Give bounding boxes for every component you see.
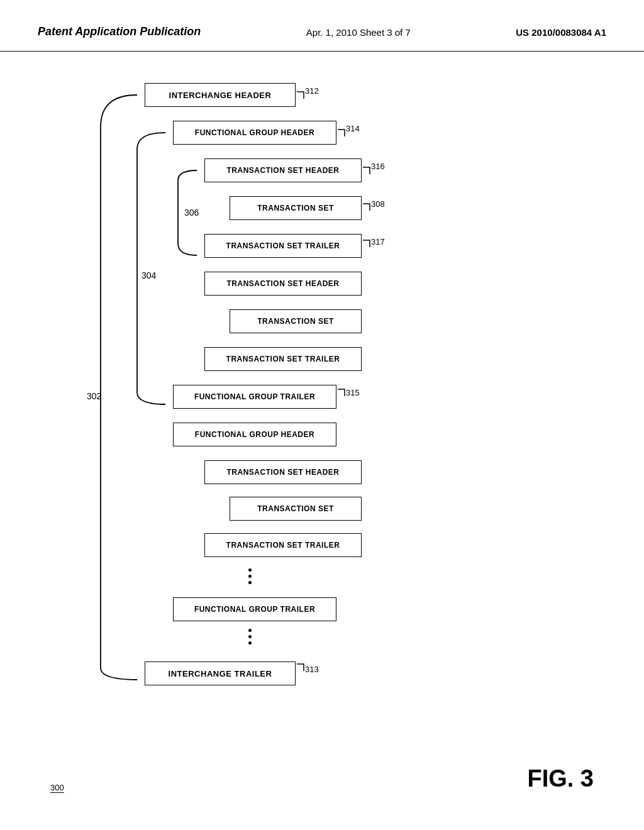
transaction-set-3-box: TRANSACTION SET: [230, 497, 362, 521]
ref-317: 317: [371, 237, 385, 246]
transaction-set-header-2-box: TRANSACTION SET HEADER: [204, 272, 362, 296]
functional-group-header-1-box: FUNCTIONAL GROUP HEADER: [173, 121, 336, 145]
ref-313: 313: [305, 665, 319, 674]
header-patent-number: US 2010/0083084 A1: [516, 27, 606, 38]
functional-group-header-2-box: FUNCTIONAL GROUP HEADER: [173, 423, 336, 446]
transaction-set-header-3-box: TRANSACTION SET HEADER: [204, 460, 362, 484]
figure-number: 300: [50, 783, 64, 792]
label-304: 304: [142, 270, 156, 280]
dots-group-2: [248, 629, 252, 645]
dots-group-1: [248, 568, 252, 584]
transaction-set-1-box: TRANSACTION SET: [230, 196, 362, 220]
header-publication-label: Patent Application Publication: [38, 25, 201, 38]
page-header: Patent Application Publication Apr. 1, 2…: [0, 0, 644, 52]
functional-group-trailer-2-box: FUNCTIONAL GROUP TRAILER: [173, 597, 336, 621]
header-date-sheet: Apr. 1, 2010 Sheet 3 of 7: [306, 27, 411, 38]
interchange-trailer-box: INTERCHANGE TRAILER: [145, 661, 296, 685]
ref-308: 308: [371, 199, 385, 209]
ref-312: 312: [305, 86, 319, 96]
functional-group-trailer-1-box: FUNCTIONAL GROUP TRAILER: [173, 385, 336, 409]
diagram-area: INTERCHANGE HEADER 312 FUNCTIONAL GROUP …: [63, 77, 566, 743]
page: Patent Application Publication Apr. 1, 2…: [0, 0, 644, 830]
figure-label: FIG. 3: [527, 765, 594, 792]
ref-314: 314: [346, 124, 360, 133]
ref-316: 316: [371, 162, 385, 171]
interchange-header-box: INTERCHANGE HEADER: [145, 83, 296, 107]
transaction-set-trailer-2-box: TRANSACTION SET TRAILER: [204, 347, 362, 371]
transaction-set-2-box: TRANSACTION SET: [230, 309, 362, 333]
label-302: 302: [87, 391, 101, 401]
ref-315: 315: [346, 388, 360, 397]
transaction-set-header-1-box: TRANSACTION SET HEADER: [204, 158, 362, 182]
transaction-set-trailer-3-box: TRANSACTION SET TRAILER: [204, 533, 362, 557]
page-footer: 300 FIG. 3: [0, 765, 644, 792]
label-306: 306: [184, 208, 199, 218]
transaction-set-trailer-1-box: TRANSACTION SET TRAILER: [204, 234, 362, 258]
